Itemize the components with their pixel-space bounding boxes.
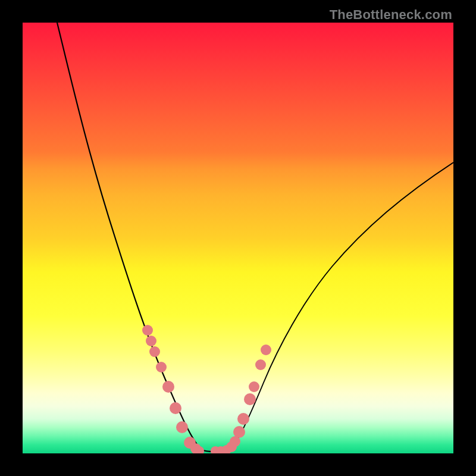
svg-point-15 bbox=[233, 426, 245, 438]
svg-point-6 bbox=[176, 421, 188, 433]
curve-left bbox=[57, 23, 201, 450]
svg-point-16 bbox=[237, 413, 249, 425]
svg-point-18 bbox=[249, 381, 259, 392]
dots-left bbox=[142, 325, 204, 453]
svg-point-20 bbox=[261, 345, 271, 355]
outer-frame: TheBottleneck.com bbox=[0, 0, 476, 476]
svg-point-19 bbox=[255, 359, 266, 370]
svg-point-2 bbox=[149, 346, 160, 357]
curve-right bbox=[230, 162, 453, 450]
attribution-text: TheBottleneck.com bbox=[330, 7, 452, 23]
plot-area bbox=[23, 23, 453, 453]
svg-point-1 bbox=[146, 336, 156, 346]
svg-point-0 bbox=[142, 325, 153, 336]
chart-svg bbox=[23, 23, 453, 453]
svg-point-3 bbox=[156, 362, 167, 372]
svg-point-4 bbox=[162, 381, 174, 393]
svg-point-5 bbox=[170, 402, 181, 414]
svg-point-17 bbox=[244, 393, 256, 405]
dots-right bbox=[211, 345, 271, 453]
